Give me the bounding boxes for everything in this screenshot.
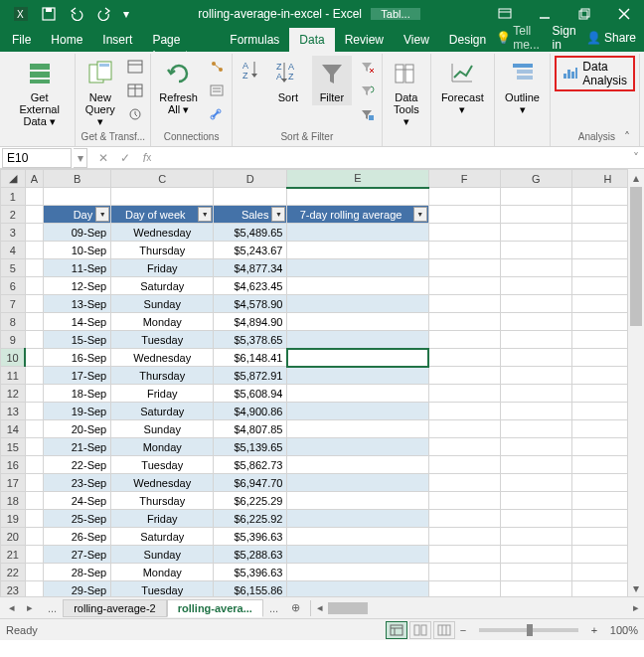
cell[interactable]	[500, 474, 571, 492]
tab-page-layout[interactable]: Page Layout	[142, 28, 220, 52]
cell[interactable]: 28-Sep	[44, 564, 111, 581]
cell[interactable]	[428, 581, 500, 597]
hscroll-thumb[interactable]	[328, 602, 368, 614]
cell[interactable]: $5,139.65	[214, 438, 287, 456]
cell[interactable]	[500, 259, 571, 277]
cell[interactable]	[287, 295, 428, 313]
cell[interactable]	[500, 349, 571, 367]
cell[interactable]	[25, 403, 44, 420]
cell[interactable]	[428, 349, 500, 367]
table-header-avg[interactable]: 7-day rolling average▼	[287, 206, 428, 224]
cell[interactable]: $5,608.94	[214, 385, 287, 403]
cell[interactable]	[428, 510, 500, 528]
cell[interactable]	[287, 420, 428, 438]
cell[interactable]	[287, 492, 428, 510]
cell[interactable]	[25, 277, 44, 295]
row-header[interactable]: 16	[1, 456, 26, 474]
cell[interactable]: Friday	[111, 385, 214, 403]
cell[interactable]	[25, 367, 44, 385]
sheet-nav-last-icon[interactable]: ▸	[22, 601, 38, 614]
zoom-level[interactable]: 100%	[610, 624, 638, 636]
cell[interactable]	[500, 546, 571, 564]
outline-button[interactable]: Outline ▾	[499, 56, 547, 117]
get-external-data-button[interactable]: Get ExternalData ▾	[8, 56, 71, 129]
cell[interactable]: Saturday	[111, 403, 214, 420]
col-header-b[interactable]: B	[44, 170, 111, 188]
cell[interactable]	[25, 420, 44, 438]
cell[interactable]: 19-Sep	[44, 403, 111, 420]
cell[interactable]: $4,623.45	[214, 277, 287, 295]
cell[interactable]	[428, 331, 500, 349]
scroll-up-icon[interactable]: ▴	[628, 169, 644, 186]
cell[interactable]	[287, 277, 428, 295]
cell[interactable]	[428, 385, 500, 403]
row-header[interactable]: 17	[1, 474, 26, 492]
cell[interactable]	[500, 564, 571, 581]
horizontal-scrollbar[interactable]: ◂ ▸	[310, 600, 644, 616]
table-header-day[interactable]: Day▼	[44, 206, 111, 224]
table-header-sales[interactable]: Sales▼	[214, 206, 287, 224]
cell[interactable]	[25, 474, 44, 492]
cell[interactable]: Thursday	[111, 242, 214, 259]
cell[interactable]	[25, 331, 44, 349]
cell[interactable]	[500, 295, 571, 313]
cell[interactable]	[287, 385, 428, 403]
cell[interactable]	[500, 367, 571, 385]
cell[interactable]	[500, 385, 571, 403]
redo-icon[interactable]	[91, 3, 117, 25]
row-header[interactable]: 1	[1, 188, 26, 206]
cell[interactable]	[25, 546, 44, 564]
edit-links-icon[interactable]	[206, 103, 228, 125]
tab-review[interactable]: Review	[335, 28, 394, 52]
cell[interactable]	[428, 313, 500, 331]
row-header[interactable]: 9	[1, 331, 26, 349]
cell[interactable]	[500, 581, 571, 597]
tab-insert[interactable]: Insert	[92, 28, 142, 52]
cell[interactable]: $5,396.63	[214, 528, 287, 546]
normal-view-icon[interactable]	[386, 621, 407, 639]
cell[interactable]	[428, 420, 500, 438]
cell[interactable]: $4,578.90	[214, 295, 287, 313]
cell[interactable]	[500, 331, 571, 349]
cell[interactable]	[287, 313, 428, 331]
row-header[interactable]: 19	[1, 510, 26, 528]
cell[interactable]	[428, 367, 500, 385]
row-header[interactable]: 7	[1, 295, 26, 313]
cell[interactable]	[287, 474, 428, 492]
cell[interactable]	[500, 313, 571, 331]
cell[interactable]	[25, 492, 44, 510]
cell[interactable]: 21-Sep	[44, 438, 111, 456]
zoom-in-icon[interactable]: +	[586, 624, 602, 636]
cell[interactable]	[287, 438, 428, 456]
cell[interactable]	[428, 277, 500, 295]
cell[interactable]	[428, 242, 500, 259]
cell[interactable]: Sunday	[111, 295, 214, 313]
connections-icon[interactable]	[206, 56, 228, 78]
row-header[interactable]: 3	[1, 224, 26, 242]
cell[interactable]	[25, 259, 44, 277]
scroll-thumb[interactable]	[630, 187, 642, 326]
cell[interactable]: 22-Sep	[44, 456, 111, 474]
share-button[interactable]: 👤Share	[586, 31, 636, 45]
cell[interactable]	[500, 277, 571, 295]
cell[interactable]	[500, 492, 571, 510]
cell[interactable]	[500, 438, 571, 456]
cell[interactable]: 29-Sep	[44, 581, 111, 597]
cell[interactable]	[287, 349, 428, 367]
undo-icon[interactable]	[64, 3, 89, 25]
cell[interactable]: Tuesday	[111, 331, 214, 349]
cell[interactable]: $6,947.70	[214, 474, 287, 492]
tab-view[interactable]: View	[394, 28, 439, 52]
cell[interactable]	[25, 438, 44, 456]
cell[interactable]	[428, 403, 500, 420]
cell[interactable]: Monday	[111, 564, 214, 581]
row-header[interactable]: 14	[1, 420, 26, 438]
name-box[interactable]	[2, 148, 72, 168]
save-icon[interactable]	[36, 3, 62, 25]
sheet-tab-overflow[interactable]: ...	[42, 600, 63, 616]
cell[interactable]	[287, 224, 428, 242]
row-header[interactable]: 18	[1, 492, 26, 510]
sheet-tab-active[interactable]: rolling-avera...	[167, 599, 263, 617]
expand-formula-bar-icon[interactable]: ˅	[628, 148, 644, 168]
cell[interactable]: Thursday	[111, 367, 214, 385]
